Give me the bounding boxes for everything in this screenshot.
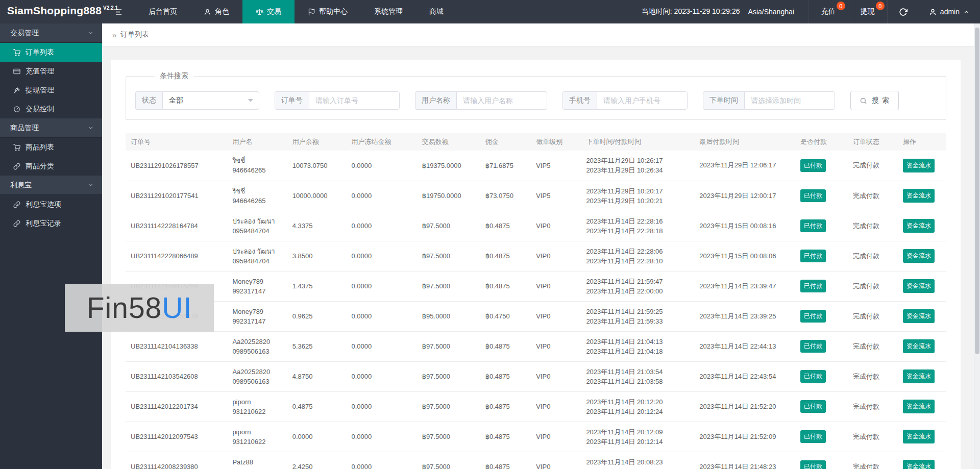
fund-flow-button[interactable]: 资金流水 bbox=[903, 279, 935, 293]
cart-icon bbox=[13, 144, 20, 151]
search-legend: 条件搜索 bbox=[155, 71, 193, 81]
fund-flow-button[interactable]: 资金流水 bbox=[903, 369, 935, 383]
recharge-button[interactable]: 充值 0 bbox=[808, 0, 848, 23]
fund-flow-button[interactable]: 资金流水 bbox=[903, 219, 935, 233]
nav-item-3[interactable]: 帮助中心 bbox=[295, 0, 361, 23]
cell-last-pay-time: 2023年11月14日 21:48:23 bbox=[694, 452, 795, 469]
sidebar-item-4[interactable]: 交易控制 bbox=[0, 100, 102, 118]
user-icon bbox=[929, 8, 937, 16]
sidebar-group-8[interactable]: 利息宝 bbox=[0, 176, 102, 195]
cell-order-pay-time: 2023年11月14日 21:59:252023年11月14日 21:59:33 bbox=[581, 301, 694, 331]
cell-user: piporn931210622 bbox=[227, 422, 287, 452]
cell-last-pay-time: 2023年11月15日 00:08:16 bbox=[694, 211, 795, 241]
table-body: UB2311291026178557ริชชี่94664626510073.0… bbox=[126, 151, 946, 469]
user-phone: 992317147 bbox=[232, 286, 282, 296]
nav-item-4[interactable]: 系统管理 bbox=[361, 0, 416, 23]
cell-user: Money789992317147 bbox=[227, 271, 287, 301]
cell-level: VIP0 bbox=[531, 301, 581, 331]
cell-action: 资金流水 bbox=[898, 301, 946, 331]
sidebar-item-label: 订单列表 bbox=[26, 48, 54, 57]
refresh-icon[interactable] bbox=[887, 0, 919, 23]
col-header-9: 是否付款 bbox=[795, 133, 848, 151]
paid-badge: 已付款 bbox=[800, 250, 826, 262]
fund-flow-button[interactable]: 资金流水 bbox=[903, 460, 935, 469]
user-name: Money789 bbox=[232, 307, 282, 316]
nav-item-label: 帮助中心 bbox=[319, 7, 348, 16]
sidebar-group-5[interactable]: 商品管理 bbox=[0, 118, 102, 138]
nav-item-2[interactable]: 交易 bbox=[242, 0, 295, 23]
order-time: 2023年11月14日 21:03:54 bbox=[586, 367, 689, 377]
pay-time: 2023年11月14日 22:28:10 bbox=[586, 256, 689, 266]
scrollbar[interactable] bbox=[974, 23, 980, 469]
sidebar-item-10[interactable]: 利息宝记录 bbox=[0, 214, 102, 233]
cell-order-pay-time: 2023年11月14日 21:03:542023年11月14日 21:03:58 bbox=[581, 361, 694, 391]
cell-order-status: 完成付款 bbox=[848, 211, 898, 241]
sidebar-item-7[interactable]: 商品分类 bbox=[0, 157, 102, 176]
cell-action: 资金流水 bbox=[898, 181, 946, 211]
order-no-filter: 订单号 bbox=[275, 91, 400, 110]
fund-flow-button[interactable]: 资金流水 bbox=[903, 309, 935, 323]
fund-flow-button[interactable]: 资金流水 bbox=[903, 249, 935, 263]
fund-flow-button[interactable]: 资金流水 bbox=[903, 189, 935, 203]
order-time-input[interactable] bbox=[744, 91, 835, 110]
fund-flow-button[interactable]: 资金流水 bbox=[903, 430, 935, 443]
nav-item-0[interactable]: 后台首页 bbox=[135, 0, 190, 23]
cell-last-pay-time: 2023年11月14日 23:39:47 bbox=[694, 271, 795, 301]
pay-time: 2023年11月14日 21:03:58 bbox=[586, 377, 689, 386]
table-row: UB2311142228066489ประลอง วัฒนา0959484704… bbox=[126, 241, 946, 271]
cell-order-pay-time: 2023年11月14日 20:12:092023年11月14日 20:12:14 bbox=[581, 422, 694, 452]
sidebar-item-1[interactable]: 订单列表 bbox=[0, 43, 102, 62]
sidebar-group-0[interactable]: 交易管理 bbox=[0, 23, 102, 43]
user-phone: 0989506163 bbox=[232, 347, 282, 356]
cell-commission: ฿0.4875 bbox=[480, 241, 531, 271]
cell-action: 资金流水 bbox=[898, 211, 946, 241]
chevron-up-icon bbox=[963, 9, 970, 15]
cell-user: Patz880915614464 bbox=[227, 452, 287, 469]
status-select[interactable]: 全部 bbox=[162, 91, 259, 110]
order-no-input[interactable] bbox=[309, 91, 400, 110]
cell-level: VIP0 bbox=[531, 452, 581, 469]
paid-badge: 已付款 bbox=[800, 400, 826, 413]
scrollbar-thumb[interactable] bbox=[975, 28, 979, 354]
cell-frozen: 0.0000 bbox=[347, 301, 417, 331]
username-label: 用户名称 bbox=[415, 91, 456, 110]
user-name: ประลอง วัฒนา bbox=[232, 216, 282, 226]
col-header-1: 用户名 bbox=[227, 133, 287, 151]
nav-item-5[interactable]: 商城 bbox=[416, 0, 457, 23]
fund-flow-button[interactable]: 资金流水 bbox=[903, 159, 935, 172]
col-header-7: 下单时间/付款时间 bbox=[581, 133, 694, 151]
nav-item-label: 后台首页 bbox=[149, 7, 177, 16]
nav-item-1[interactable]: 角色 bbox=[190, 0, 242, 23]
user-phone: 0915614464 bbox=[232, 467, 282, 469]
brand-name: SiamShopping888 bbox=[7, 5, 102, 17]
fund-flow-button[interactable]: 资金流水 bbox=[903, 400, 935, 413]
cell-user: ประลอง วัฒนา0959484704 bbox=[227, 211, 287, 241]
sidebar-item-label: 利息宝选项 bbox=[26, 200, 61, 209]
withdraw-button[interactable]: 提现 0 bbox=[848, 0, 887, 23]
cell-order-status: 完成付款 bbox=[848, 422, 898, 452]
brand-logo[interactable]: SiamShopping888 V2.2.1 bbox=[0, 0, 102, 23]
cell-user: ประลอง วัฒนา0959484704 bbox=[227, 241, 287, 271]
pay-time: 2023年11月29日 10:20:21 bbox=[586, 196, 689, 206]
phone-input[interactable] bbox=[597, 91, 688, 110]
sidebar-item-9[interactable]: 利息宝选项 bbox=[0, 195, 102, 214]
search-button[interactable]: 搜 索 bbox=[850, 91, 899, 110]
chevron-down-icon bbox=[248, 99, 253, 102]
order-time: 2023年11月14日 20:12:20 bbox=[586, 397, 689, 407]
sidebar-item-3[interactable]: 提现管理 bbox=[0, 81, 102, 100]
username-input[interactable] bbox=[456, 91, 547, 110]
fund-flow-button[interactable]: 资金流水 bbox=[903, 339, 935, 353]
timezone: Asia/Shanghai bbox=[748, 0, 794, 23]
sidebar-item-2[interactable]: 充值管理 bbox=[0, 62, 102, 81]
sidebar-item-6[interactable]: 商品列表 bbox=[0, 138, 102, 157]
cell-order-no: UB2311291020177541 bbox=[126, 181, 227, 211]
cell-last-pay-time: 2023年11月29日 12:00:17 bbox=[694, 181, 795, 211]
paid-badge: 已付款 bbox=[800, 310, 826, 323]
user-menu[interactable]: admin bbox=[919, 0, 980, 23]
cell-level: VIP0 bbox=[531, 211, 581, 241]
breadcrumb: » 订单列表 bbox=[102, 23, 980, 46]
col-header-8: 最后付款时间 bbox=[694, 133, 795, 151]
nav-item-label: 系统管理 bbox=[374, 7, 403, 16]
menu-toggle-icon[interactable] bbox=[102, 0, 135, 23]
cell-amount: ฿97.5000 bbox=[417, 331, 480, 361]
